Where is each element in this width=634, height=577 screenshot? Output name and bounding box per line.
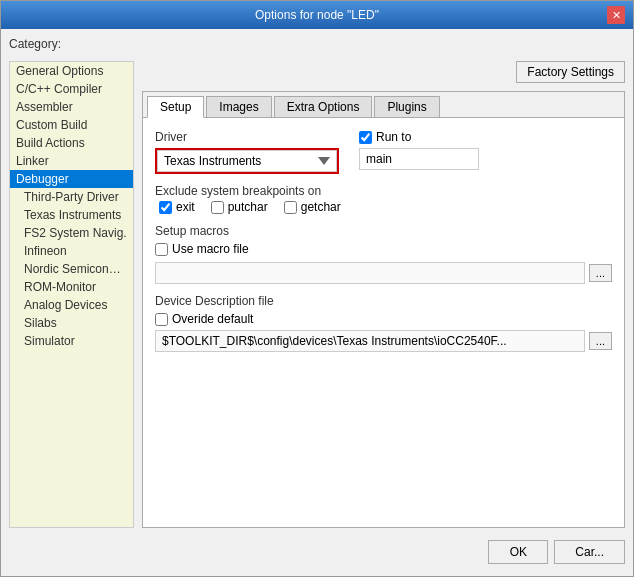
tab-plugins[interactable]: Plugins bbox=[374, 96, 439, 117]
tab-images[interactable]: Images bbox=[206, 96, 271, 117]
window-title: Options for node "LED" bbox=[27, 8, 607, 22]
sidebar-item-silabs[interactable]: Silabs bbox=[10, 314, 133, 332]
tab-extra-options[interactable]: Extra Options bbox=[274, 96, 373, 117]
getchar-label: getchar bbox=[301, 200, 341, 214]
factory-settings-button[interactable]: Factory Settings bbox=[516, 61, 625, 83]
exclude-section: Exclude system breakpoints on exit putch… bbox=[155, 184, 612, 214]
sidebar-item-assembler[interactable]: Assembler bbox=[10, 98, 133, 116]
run-to-input[interactable] bbox=[359, 148, 479, 170]
sidebar-item-debugger[interactable]: Debugger bbox=[10, 170, 133, 188]
override-label: Overide default bbox=[172, 312, 253, 326]
bottom-buttons: OK Car... bbox=[9, 534, 625, 568]
putchar-checkbox[interactable] bbox=[211, 201, 224, 214]
tabs: SetupImagesExtra OptionsPlugins bbox=[143, 92, 624, 118]
sidebar-item-texas-instruments[interactable]: Texas Instruments bbox=[10, 206, 133, 224]
sidebar-item-build-actions[interactable]: Build Actions bbox=[10, 134, 133, 152]
device-input-row: ... bbox=[155, 330, 612, 352]
driver-select-wrapper: Texas InstrumentsJ-Link/J-TraceTI Stella… bbox=[155, 148, 339, 174]
sidebar: General OptionsC/C++ CompilerAssemblerCu… bbox=[9, 61, 134, 528]
sidebar-item-third-party[interactable]: Third-Party Driver bbox=[10, 188, 133, 206]
title-bar: Options for node "LED" ✕ bbox=[1, 1, 633, 29]
sidebar-item-fs2[interactable]: FS2 System Navig. bbox=[10, 224, 133, 242]
driver-run-row: Driver Texas InstrumentsJ-Link/J-TraceTI… bbox=[155, 130, 612, 174]
run-to-row: Run to bbox=[359, 130, 612, 144]
exit-label: exit bbox=[176, 200, 195, 214]
device-desc-label: Device Description file bbox=[155, 294, 612, 308]
device-browse-button[interactable]: ... bbox=[589, 332, 612, 350]
device-desc-section: Device Description file Overide default … bbox=[155, 294, 612, 352]
sidebar-item-custom-build[interactable]: Custom Build bbox=[10, 116, 133, 134]
putchar-checkbox-item[interactable]: putchar bbox=[211, 200, 268, 214]
run-to-checkbox[interactable] bbox=[359, 131, 372, 144]
sidebar-item-simulator[interactable]: Simulator bbox=[10, 332, 133, 350]
tab-content: Driver Texas InstrumentsJ-Link/J-TraceTI… bbox=[143, 118, 624, 527]
use-macro-checkbox[interactable] bbox=[155, 243, 168, 256]
device-path-input[interactable] bbox=[155, 330, 585, 352]
dialog-content: Category: General OptionsC/C++ CompilerA… bbox=[1, 29, 633, 576]
override-row[interactable]: Overide default bbox=[155, 312, 612, 326]
driver-select[interactable]: Texas InstrumentsJ-Link/J-TraceTI Stella… bbox=[157, 150, 337, 172]
putchar-label: putchar bbox=[228, 200, 268, 214]
override-checkbox[interactable] bbox=[155, 313, 168, 326]
run-to-label: Run to bbox=[376, 130, 411, 144]
getchar-checkbox[interactable] bbox=[284, 201, 297, 214]
ok-button[interactable]: OK bbox=[488, 540, 548, 564]
exclude-checkboxes: exit putchar getchar bbox=[155, 200, 612, 214]
tab-setup[interactable]: Setup bbox=[147, 96, 204, 118]
exit-checkbox[interactable] bbox=[159, 201, 172, 214]
macros-label: Setup macros bbox=[155, 224, 612, 238]
sidebar-item-rom-monitor[interactable]: ROM-Monitor bbox=[10, 278, 133, 296]
exclude-label: Exclude system breakpoints on bbox=[155, 184, 612, 198]
cancel-button[interactable]: Car... bbox=[554, 540, 625, 564]
macro-browse-button[interactable]: ... bbox=[589, 264, 612, 282]
use-macro-row[interactable]: Use macro file bbox=[155, 242, 612, 256]
driver-section: Driver Texas InstrumentsJ-Link/J-TraceTI… bbox=[155, 130, 339, 174]
getchar-checkbox-item[interactable]: getchar bbox=[284, 200, 341, 214]
sidebar-item-general-options[interactable]: General Options bbox=[10, 62, 133, 80]
sidebar-item-linker[interactable]: Linker bbox=[10, 152, 133, 170]
main-area: General OptionsC/C++ CompilerAssemblerCu… bbox=[9, 61, 625, 528]
macro-input-row: ... bbox=[155, 262, 612, 284]
run-section: Run to bbox=[359, 130, 612, 170]
exit-checkbox-item[interactable]: exit bbox=[159, 200, 195, 214]
close-button[interactable]: ✕ bbox=[607, 6, 625, 24]
macros-section: Setup macros Use macro file ... bbox=[155, 224, 612, 284]
sidebar-item-infineon[interactable]: Infineon bbox=[10, 242, 133, 260]
category-label: Category: bbox=[9, 37, 625, 51]
right-panel: Factory Settings SetupImagesExtra Option… bbox=[142, 61, 625, 528]
sidebar-item-analog-devices[interactable]: Analog Devices bbox=[10, 296, 133, 314]
use-macro-label: Use macro file bbox=[172, 242, 249, 256]
macro-file-input[interactable] bbox=[155, 262, 585, 284]
sidebar-item-compiler[interactable]: C/C++ Compiler bbox=[10, 80, 133, 98]
factory-settings-row: Factory Settings bbox=[142, 61, 625, 83]
tab-panel: SetupImagesExtra OptionsPlugins Driver T… bbox=[142, 91, 625, 528]
main-window: Options for node "LED" ✕ Category: Gener… bbox=[0, 0, 634, 577]
sidebar-item-nordic[interactable]: Nordic Semiconduc. bbox=[10, 260, 133, 278]
driver-label: Driver bbox=[155, 130, 339, 144]
